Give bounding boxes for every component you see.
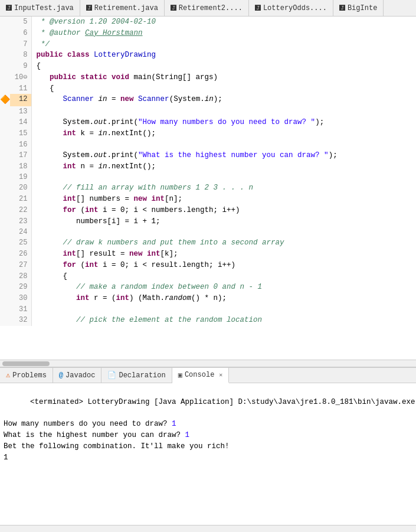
line-marker	[0, 282, 10, 293]
line-marker	[0, 315, 10, 326]
tab-declaration[interactable]: 📄 Declaration	[101, 368, 172, 383]
code-editor: 5 * @version 1.20 2004-02-10 6 * @author…	[0, 17, 416, 367]
scrollbar-thumb[interactable]	[2, 361, 50, 366]
line-marker	[0, 17, 10, 28]
tab-console[interactable]: ▣ Console ✕	[172, 368, 230, 383]
line-marker	[0, 249, 10, 260]
line-number: 8	[10, 50, 31, 61]
code-line: 24	[0, 227, 416, 237]
line-content: int r = (int) (Math.random() * n);	[31, 293, 416, 304]
code-line: 32 // pick the element at the random loc…	[0, 315, 416, 326]
line-content: // pick the element at the random locati…	[31, 315, 416, 326]
line-content: public class LotteryDrawing	[31, 50, 416, 61]
line-number: 19	[10, 172, 31, 182]
line-marker	[0, 117, 10, 128]
line-number: 18	[10, 161, 31, 172]
line-marker	[0, 304, 10, 315]
declaration-tab-label: Declaration	[119, 371, 165, 380]
code-line: 🔶 12 Scanner in = new Scanner(System.in)…	[0, 94, 416, 106]
bottom-horizontal-scrollbar[interactable]	[0, 525, 416, 532]
code-line: 19	[0, 172, 416, 182]
line-marker	[0, 182, 10, 194]
console-output-line: How many numbers do you need to draw? 1	[4, 419, 412, 430]
line-content: public static void main(String[] args)	[31, 72, 416, 83]
line-number: 30	[10, 293, 31, 304]
line-content: System.out.print("How many numbers do yo…	[31, 117, 416, 128]
console-number: 1	[172, 420, 176, 428]
line-marker	[0, 61, 10, 72]
line-number: 25	[10, 237, 31, 249]
line-number: 32	[10, 315, 31, 326]
line-content: {	[31, 83, 416, 94]
line-number: 12	[10, 94, 31, 106]
code-line: 14 System.out.print("How many numbers do…	[0, 117, 416, 128]
code-line: 28 {	[0, 271, 416, 282]
line-number: 16	[10, 139, 31, 150]
tab-problems[interactable]: ⚠ Problems	[0, 368, 53, 383]
code-line: 27 for (int i = 0; i < result.length; i+…	[0, 260, 416, 271]
breakpoint-marker: 🔶	[0, 94, 10, 106]
console-close-button[interactable]: ✕	[219, 371, 222, 378]
tab-input-test[interactable]: 🅹 InputTest.java	[0, 0, 80, 16]
code-line: 18 int n = in.nextInt();	[0, 161, 416, 172]
javadoc-tab-label: Javadoc	[65, 371, 95, 380]
declaration-icon: 📄	[107, 371, 116, 380]
code-line: 29 // make a random index between 0 and …	[0, 282, 416, 293]
line-marker	[0, 161, 10, 172]
java-file-icon: 🅹	[171, 5, 176, 12]
code-content[interactable]: 5 * @version 1.20 2004-02-10 6 * @author…	[0, 17, 416, 360]
line-content: {	[31, 271, 416, 282]
java-file-icon: 🅹	[339, 5, 345, 12]
line-number: 11	[10, 83, 31, 94]
line-number: 6	[10, 28, 31, 39]
line-marker	[0, 227, 10, 237]
line-number: 23	[10, 216, 31, 227]
tab-retirement[interactable]: 🅹 Retirement.java	[80, 0, 165, 16]
line-number: 13	[10, 106, 31, 117]
line-marker	[0, 205, 10, 216]
tab-label: Retirement.java	[94, 4, 158, 12]
line-marker	[0, 172, 10, 182]
console-output-line: Bet the following combination. It'll mak…	[4, 441, 412, 452]
tab-label: BigInte	[348, 4, 377, 12]
problems-icon: ⚠	[6, 371, 10, 380]
line-number: 15	[10, 128, 31, 139]
line-content: int[] result = new int[k];	[31, 249, 416, 260]
line-content: */	[31, 39, 416, 50]
code-line: 20 // fill an array with numbers 1 2 3 .…	[0, 182, 416, 194]
horizontal-scrollbar[interactable]	[0, 360, 416, 367]
line-number: 28	[10, 271, 31, 282]
code-line: 26 int[] result = new int[k];	[0, 249, 416, 260]
line-content	[31, 106, 416, 117]
bottom-panel: ⚠ Problems @ Javadoc 📄 Declaration ▣ Con…	[0, 367, 416, 532]
line-marker	[0, 260, 10, 271]
console-icon: ▣	[178, 371, 182, 380]
line-content: // draw k numbers and put them into a se…	[31, 237, 416, 249]
code-line: 8 public class LotteryDrawing	[0, 50, 416, 61]
tab-retirement2[interactable]: 🅹 Retirement2....	[165, 0, 249, 16]
java-file-icon: 🅹	[6, 5, 12, 12]
tab-lottery-odds[interactable]: 🅹 LotteryOdds....	[249, 0, 333, 16]
console-tab-label: Console	[185, 371, 214, 379]
console-output: <terminated> LotteryDrawing [Java Applic…	[0, 383, 416, 525]
line-marker	[0, 150, 10, 161]
line-number: 21	[10, 194, 31, 205]
bottom-tab-bar: ⚠ Problems @ Javadoc 📄 Declaration ▣ Con…	[0, 368, 416, 383]
console-number: 1	[185, 431, 190, 439]
code-line: 7 */	[0, 39, 416, 50]
line-content: for (int i = 0; i < numbers.length; i++)	[31, 205, 416, 216]
line-marker	[0, 39, 10, 50]
tab-label: Retirement2....	[179, 4, 243, 12]
tab-biginte[interactable]: 🅹 BigInte	[333, 0, 384, 16]
line-content	[31, 172, 416, 182]
code-line: 13	[0, 106, 416, 117]
line-number: 26	[10, 249, 31, 260]
code-line: 10⊖ public static void main(String[] arg…	[0, 72, 416, 83]
line-number: 24	[10, 227, 31, 237]
line-marker	[0, 237, 10, 249]
java-file-icon: 🅹	[86, 5, 92, 12]
line-number: 22	[10, 205, 31, 216]
line-content	[31, 304, 416, 315]
code-line: 17 System.out.print("What is the highest…	[0, 150, 416, 161]
tab-javadoc[interactable]: @ Javadoc	[53, 368, 102, 383]
